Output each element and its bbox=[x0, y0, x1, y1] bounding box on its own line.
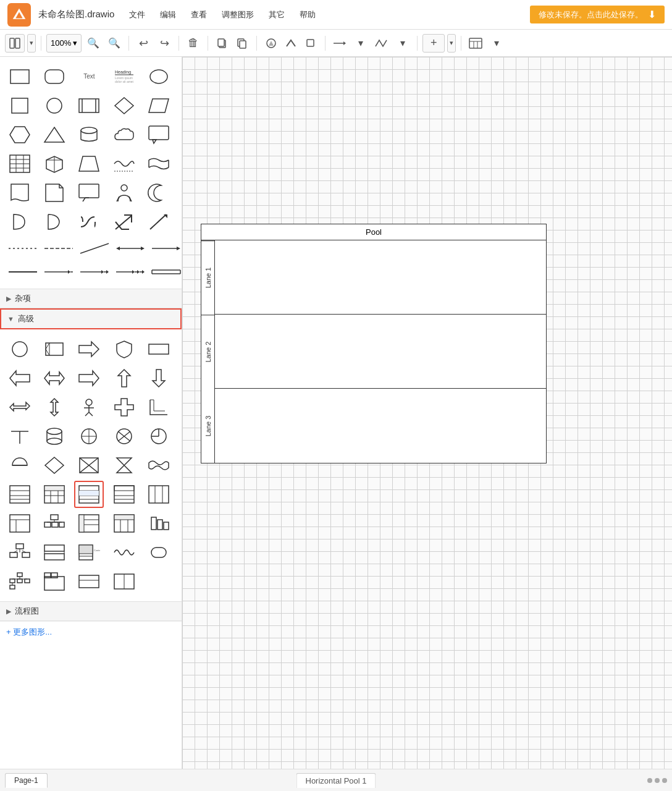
shape-crescent[interactable] bbox=[144, 179, 174, 206]
insert-button[interactable]: + bbox=[422, 34, 445, 53]
adv-shape-swimlane-v[interactable] bbox=[109, 510, 139, 537]
shape-curved-banner[interactable] bbox=[144, 150, 174, 177]
connection-style-button[interactable] bbox=[372, 34, 391, 53]
paste-button[interactable] bbox=[233, 34, 251, 53]
shape-callout-box[interactable] bbox=[74, 179, 104, 206]
line-arrow-right[interactable] bbox=[151, 239, 182, 258]
shape-bracket[interactable] bbox=[40, 208, 69, 235]
shape-ellipse[interactable] bbox=[144, 63, 174, 90]
shape-circle[interactable] bbox=[40, 92, 69, 119]
shape-process[interactable] bbox=[74, 92, 104, 119]
undo-button[interactable]: ↩ bbox=[134, 34, 153, 53]
menu-help[interactable]: 帮助 bbox=[297, 8, 318, 22]
shape-diamond[interactable] bbox=[109, 92, 139, 119]
adv-shape-left-right-arrow[interactable] bbox=[40, 365, 69, 392]
shape-person[interactable] bbox=[109, 179, 139, 206]
line-dashed-1[interactable] bbox=[7, 239, 38, 258]
adv-shape-wave3[interactable] bbox=[109, 539, 139, 566]
shape-hexagon[interactable] bbox=[5, 121, 35, 148]
line-dashed-2[interactable] bbox=[43, 239, 74, 258]
adv-shape-diamond2[interactable] bbox=[40, 452, 69, 479]
connector-arrow-3[interactable] bbox=[115, 263, 146, 281]
adv-shape-content-video[interactable]: Content title bbox=[74, 539, 104, 566]
menu-other[interactable]: 其它 bbox=[266, 8, 287, 22]
adv-shape-tree[interactable] bbox=[5, 568, 35, 595]
line-arrow-both[interactable] bbox=[115, 239, 146, 258]
connector-arrow-4[interactable] bbox=[151, 263, 182, 281]
line-diagonal[interactable] bbox=[79, 239, 110, 258]
zoom-out-button[interactable]: 🔍 bbox=[105, 34, 124, 53]
shadow-button[interactable] bbox=[301, 34, 320, 53]
more-shapes-button[interactable]: + 更多图形... bbox=[0, 621, 182, 643]
shape-cylinder[interactable] bbox=[74, 121, 104, 148]
adv-shape-bar2[interactable] bbox=[74, 568, 104, 595]
adv-shape-list-box[interactable] bbox=[5, 481, 35, 508]
zoom-display[interactable]: 100% ▾ bbox=[46, 34, 82, 53]
adv-shape-cols-split[interactable] bbox=[5, 510, 35, 537]
zoom-in-button[interactable]: 🔍 bbox=[84, 34, 103, 53]
adv-shape-parallel-rows[interactable] bbox=[40, 539, 69, 566]
adv-shape-x-box[interactable] bbox=[74, 452, 104, 479]
redo-button[interactable]: ↪ bbox=[155, 34, 174, 53]
adv-shape-person2[interactable] bbox=[74, 394, 104, 421]
shape-square[interactable] bbox=[5, 92, 35, 119]
connection-style-dropdown[interactable]: ▾ bbox=[393, 34, 412, 53]
adv-shape-bar[interactable] bbox=[144, 510, 174, 537]
shape-text[interactable]: Text bbox=[74, 63, 104, 90]
advanced-section-header[interactable]: ▼ 高级 bbox=[0, 308, 182, 329]
adv-shape-list-item[interactable] bbox=[74, 481, 104, 508]
adv-shape-split-bar[interactable] bbox=[109, 568, 139, 595]
adv-shape-org-chart[interactable] bbox=[40, 510, 69, 537]
shape-rounded-rect[interactable] bbox=[40, 63, 69, 90]
menu-edit[interactable]: 编辑 bbox=[158, 8, 178, 22]
shape-s-curve[interactable] bbox=[74, 208, 104, 235]
adv-shape-up-arrow[interactable] bbox=[109, 365, 139, 392]
adv-shape-pie[interactable] bbox=[144, 423, 174, 450]
adv-shape-wide-rect[interactable] bbox=[144, 336, 174, 363]
adv-shape-list-container[interactable] bbox=[109, 481, 139, 508]
table-button[interactable] bbox=[466, 34, 485, 53]
shape-rectangle[interactable] bbox=[5, 63, 35, 90]
adv-shape-T[interactable] bbox=[5, 423, 35, 450]
adv-shape-target[interactable] bbox=[74, 423, 104, 450]
fill-color-button[interactable] bbox=[262, 34, 280, 53]
insert-dropdown[interactable]: ▾ bbox=[447, 34, 456, 53]
adv-shape-no-entry[interactable] bbox=[109, 423, 139, 450]
shape-document[interactable] bbox=[5, 179, 35, 206]
delete-button[interactable]: 🗑 bbox=[184, 34, 203, 53]
adv-shape-hv-arrow[interactable] bbox=[5, 394, 35, 421]
adv-shape-cols-3[interactable] bbox=[144, 481, 174, 508]
menu-adjust[interactable]: 调整图形 bbox=[219, 8, 256, 22]
menu-view[interactable]: 查看 bbox=[188, 8, 209, 22]
adv-shape-cross[interactable] bbox=[109, 394, 139, 421]
adv-shape-swimlane-h[interactable] bbox=[74, 510, 104, 537]
adv-shape-linked-nodes[interactable] bbox=[5, 539, 35, 566]
connector-arrow-1[interactable] bbox=[43, 263, 74, 281]
shape-table-grid[interactable] bbox=[5, 150, 35, 177]
line-color-button[interactable] bbox=[282, 34, 300, 53]
shape-arrow-diagonal[interactable] bbox=[144, 208, 174, 235]
adv-shape-wave2[interactable] bbox=[144, 452, 174, 479]
adv-shape-tabs[interactable] bbox=[40, 568, 69, 595]
adv-shape-half-pie[interactable] bbox=[5, 452, 35, 479]
connector-arrow-2[interactable] bbox=[79, 263, 110, 281]
adv-shape-hourglass[interactable] bbox=[109, 452, 139, 479]
shape-cloud[interactable] bbox=[109, 121, 139, 148]
flowchart-section-header[interactable]: ▶ 流程图 bbox=[0, 601, 182, 621]
menu-file[interactable]: 文件 bbox=[127, 8, 148, 22]
page-tab[interactable]: Page-1 bbox=[5, 773, 48, 788]
adv-shape-left-arrow[interactable] bbox=[5, 365, 35, 392]
adv-shape-drum[interactable] bbox=[40, 423, 69, 450]
shape-wave[interactable] bbox=[109, 150, 139, 177]
shape-callout[interactable] bbox=[144, 121, 174, 148]
shape-note[interactable] bbox=[40, 179, 69, 206]
canvas-area[interactable]: Pool Lane 1 Lane 2 Lane 3 bbox=[182, 57, 672, 769]
waypoint-button[interactable]: ▾ bbox=[351, 34, 370, 53]
adv-shape-connector-box[interactable] bbox=[144, 539, 174, 566]
adv-shape-down-arrow[interactable] bbox=[144, 365, 174, 392]
save-banner[interactable]: 修改未保存。点击此处保存。 ⬇ bbox=[530, 6, 665, 23]
adv-shape-circle[interactable] bbox=[5, 336, 35, 363]
table-dropdown[interactable]: ▾ bbox=[487, 34, 506, 53]
shape-parallelogram[interactable] bbox=[144, 92, 174, 119]
page-layout-button[interactable] bbox=[5, 34, 25, 53]
